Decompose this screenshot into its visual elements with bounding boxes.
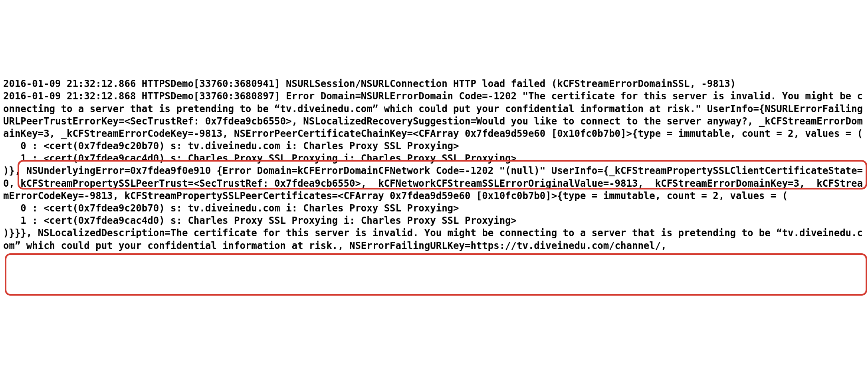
log-line: 0 : <cert(0x7fdea9c20b70) s: tv.diveined…: [3, 140, 865, 152]
log-line: 0 : <cert(0x7fdea9c20b70) s: tv.diveined…: [3, 202, 865, 215]
log-line: 1 : <cert(0x7fdea9cac4d0) s: Charles Pro…: [3, 152, 865, 165]
log-line: 2016-01-09 21:32:12.866 HTTPSDemo[33760:…: [3, 78, 865, 90]
highlight-box-2: [5, 253, 867, 296]
log-line: )}}}, NSLocalizedDescription=The certifi…: [3, 227, 865, 252]
log-output: 2016-01-09 21:32:12.866 HTTPSDemo[33760:…: [3, 53, 865, 302]
log-line: 1 : <cert(0x7fdea9cac4d0) s: Charles Pro…: [3, 215, 865, 227]
log-line: )}, NSUnderlyingError=0x7fdea9f0e910 {Er…: [3, 165, 865, 202]
log-line: 2016-01-09 21:32:12.868 HTTPSDemo[33760:…: [3, 90, 865, 140]
